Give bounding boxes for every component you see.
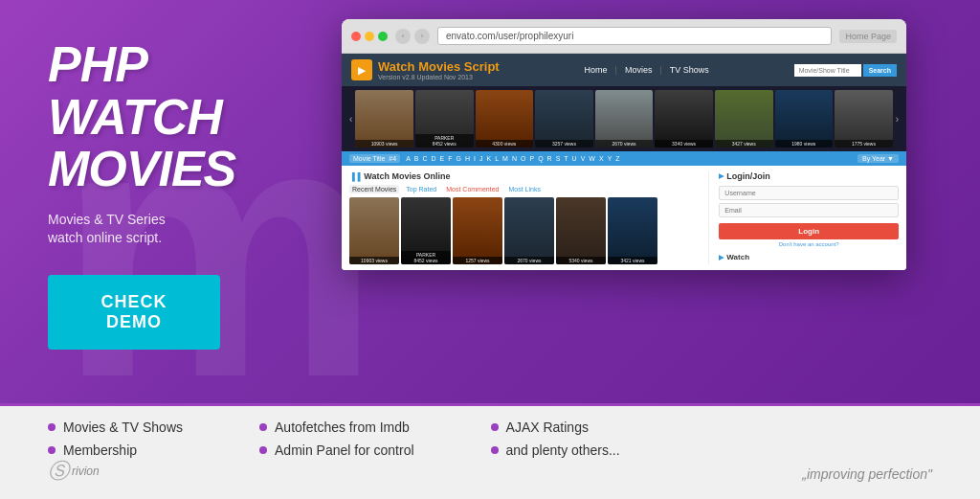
alpha-E[interactable]: E: [440, 155, 445, 162]
check-demo-button[interactable]: CHECK DEMO: [48, 275, 220, 350]
home-page-button[interactable]: Home Page: [839, 30, 897, 43]
movies-section: Watch Movies Online Recent Movies Top Ra…: [349, 171, 708, 264]
watch-link[interactable]: Watch: [719, 253, 899, 261]
site-logo: ▶ Watch Movies Script Version v2.8 Updat…: [351, 59, 500, 80]
bullet-icon: [48, 423, 56, 431]
alpha-W[interactable]: W: [589, 155, 595, 162]
alpha-N[interactable]: N: [512, 155, 517, 162]
thumb-label: 4300 views: [476, 140, 534, 147]
alpha-B[interactable]: B: [414, 155, 419, 162]
alpha-O[interactable]: O: [521, 155, 525, 162]
alpha-Q[interactable]: Q: [538, 155, 543, 162]
feature-membership: Membership: [48, 442, 183, 458]
thumb-item[interactable]: 3257 views: [535, 90, 593, 147]
alpha-K[interactable]: K: [487, 155, 492, 162]
maximize-dot[interactable]: [378, 32, 388, 41]
close-dot[interactable]: [351, 32, 361, 41]
search-button[interactable]: Search: [863, 64, 897, 77]
forgot-link[interactable]: Don't have an account?: [719, 241, 899, 247]
features-bar: Movies & TV Shows Membership Autofetches…: [0, 403, 980, 499]
alpha-S[interactable]: S: [556, 155, 561, 162]
alpha-P[interactable]: P: [529, 155, 534, 162]
browser-window: ‹ › envato.com/user/prophilexyuri Home P…: [342, 19, 906, 270]
thumb-label: PARKER8452 views: [415, 134, 474, 147]
thumb-item[interactable]: 10903 views: [355, 90, 413, 147]
footer-brand: Ⓢ rivion: [48, 457, 100, 486]
minimize-dot[interactable]: [365, 32, 374, 41]
alpha-V[interactable]: V: [581, 155, 586, 162]
thumb-item[interactable]: 1775 views: [835, 90, 893, 147]
thumb-item[interactable]: 1980 views: [775, 90, 834, 147]
alpha-C[interactable]: C: [422, 155, 427, 162]
alpha-M[interactable]: M: [502, 155, 508, 162]
alpha-T[interactable]: T: [564, 155, 568, 162]
feature-others: and plenty others...: [491, 442, 620, 458]
mini-thumb-2[interactable]: PARKER8452 views: [401, 197, 451, 264]
thumb-label: 3257 views: [535, 140, 593, 147]
site-nav: Home | Movies | TV Shows: [585, 65, 709, 75]
alpha-G[interactable]: G: [457, 155, 461, 162]
feature-ajax: AJAX Ratings: [491, 420, 620, 435]
login-section: Login/Join Login Don't have an account? …: [708, 171, 899, 264]
tab-top-rated[interactable]: Top Rated: [403, 185, 439, 193]
features-col-3: AJAX Ratings and plenty others...: [491, 420, 620, 458]
login-button[interactable]: Login: [719, 223, 899, 239]
mini-thumb-1[interactable]: 10903 views: [349, 197, 399, 264]
tab-most-links[interactable]: Most Links: [505, 185, 543, 193]
alpha-I[interactable]: I: [474, 155, 476, 162]
next-thumb-button[interactable]: ›: [896, 114, 899, 125]
nav-tvshows[interactable]: TV Shows: [670, 65, 709, 75]
thumb-item[interactable]: 2670 views: [595, 90, 654, 147]
mini-thumb-3[interactable]: 1257 views: [453, 197, 502, 264]
thumb-grid: 10903 views PARKER8452 views 4300 views …: [355, 90, 892, 147]
filter-tabs: Recent Movies Top Rated Most Commented M…: [349, 185, 708, 193]
alpha-R[interactable]: R: [547, 155, 552, 162]
password-field[interactable]: [719, 203, 899, 217]
bullet-icon: [491, 446, 499, 454]
features-inner: Movies & TV Shows Membership Autofetches…: [0, 406, 980, 471]
alpha-H[interactable]: H: [465, 155, 470, 162]
thumb-item[interactable]: 4300 views: [476, 90, 534, 147]
thumb-item[interactable]: PARKER8452 views: [415, 90, 474, 147]
alpha-U[interactable]: U: [572, 155, 577, 162]
thumb-item[interactable]: 3340 views: [655, 90, 713, 147]
feature-movies-tv: Movies & TV Shows: [48, 420, 183, 435]
brand-name: rivion: [72, 465, 100, 478]
search-input[interactable]: [794, 64, 861, 77]
alpha-J[interactable]: J: [479, 155, 483, 162]
username-field[interactable]: [719, 186, 899, 200]
mini-label: 5340 views: [556, 257, 606, 264]
mini-label: 2670 views: [504, 257, 554, 264]
tab-most-commented[interactable]: Most Commented: [443, 185, 501, 193]
mini-label: 3421 views: [608, 257, 657, 264]
left-panel: PHP Watch Movies Movies & TV Serieswatch…: [0, 0, 278, 403]
alpha-D[interactable]: D: [432, 155, 436, 162]
bullet-icon: [48, 446, 56, 454]
feature-admin: Admin Panel for control: [259, 442, 414, 458]
browser-panel: ‹ › envato.com/user/prophilexyuri Home P…: [278, 0, 980, 403]
nav-movies[interactable]: Movies: [625, 65, 653, 75]
mini-thumb-5[interactable]: 5340 views: [556, 197, 606, 264]
window-controls: [351, 32, 388, 41]
alpha-Y[interactable]: Y: [608, 155, 612, 162]
mini-label: 10903 views: [349, 257, 399, 264]
tab-recent[interactable]: Recent Movies: [349, 185, 399, 193]
mini-thumb-6[interactable]: 3421 views: [608, 197, 657, 264]
thumb-label: 1980 views: [775, 140, 834, 147]
alpha-A[interactable]: A: [406, 155, 411, 162]
alpha-L[interactable]: L: [495, 155, 499, 162]
by-year-select[interactable]: By Year ▼: [858, 154, 899, 163]
back-button[interactable]: ‹: [395, 29, 411, 44]
alpha-F[interactable]: F: [448, 155, 452, 162]
prev-thumb-button[interactable]: ‹: [349, 114, 352, 125]
forward-button[interactable]: ›: [414, 29, 430, 44]
browser-chrome: ‹ › envato.com/user/prophilexyuri Home P…: [342, 19, 906, 54]
alpha-X[interactable]: X: [599, 155, 604, 162]
nav-home[interactable]: Home: [585, 65, 608, 75]
address-bar[interactable]: envato.com/user/prophilexyuri: [437, 27, 832, 45]
mini-thumb-4[interactable]: 2670 views: [504, 197, 554, 264]
browser-nav: ‹ ›: [395, 29, 430, 44]
thumb-item[interactable]: 3427 views: [715, 90, 773, 147]
nav-sep1: |: [615, 65, 617, 75]
alpha-Z[interactable]: Z: [615, 155, 619, 162]
